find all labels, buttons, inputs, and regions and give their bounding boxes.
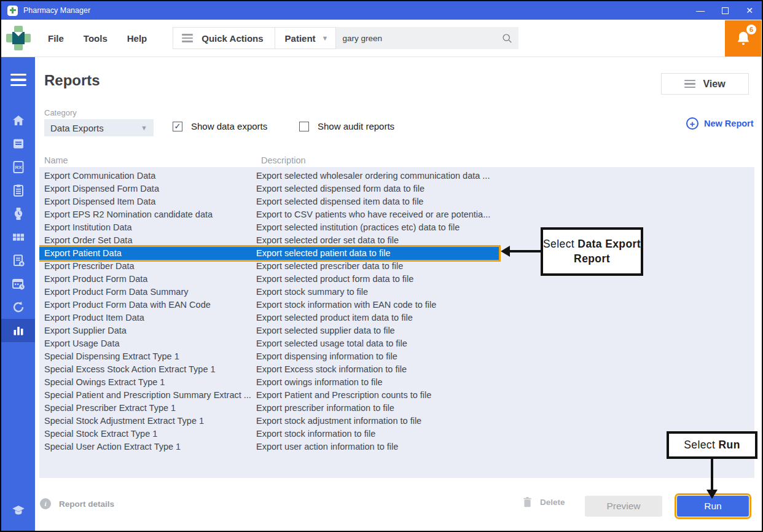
table-row[interactable]: Special Stock Extract Type 1 Export stoc… [39, 428, 754, 440]
table-row[interactable]: Export Prescriber Data Export selected p… [39, 260, 754, 273]
report-description: Export selected supplier data to file [256, 324, 754, 337]
report-name: Special Owings Extract Type 1 [39, 376, 256, 389]
report-name: Export Product Form Data with EAN Code [39, 299, 256, 311]
menu-tools[interactable]: Tools [84, 33, 108, 44]
pharmacy-manager-window: Pharmacy Manager — ✕ File Tools Help Qui… [0, 0, 763, 532]
table-row[interactable]: Special User Action Extract Type 1 Expor… [39, 440, 754, 453]
grid-icon[interactable] [1, 225, 35, 249]
table-row[interactable]: Export Product Form Data Summary Export … [39, 286, 754, 299]
plus-circle-icon: + [686, 117, 698, 130]
table-row[interactable]: Export Dispensed Item Data Export select… [39, 195, 754, 208]
patient-dropdown[interactable]: Patient ▼ [275, 27, 337, 49]
report-name: Special Patient and Prescription Summary… [39, 389, 256, 402]
calendar-clock-icon[interactable] [1, 272, 35, 295]
report-description: Export Excess stock information to file [256, 363, 754, 376]
search-input[interactable] [342, 34, 497, 43]
report-table-body: Export Communication Data Export selecte… [39, 167, 754, 478]
training-icon[interactable] [1, 499, 35, 522]
report-description: Export to CSV patients who have received… [256, 208, 754, 221]
report-description: Export selected usage total data to file [256, 337, 754, 350]
search-icon[interactable] [502, 33, 512, 44]
column-header-name[interactable]: Name [44, 155, 68, 165]
show-audit-reports-checkbox[interactable]: Show audit reports [299, 121, 394, 131]
annotation-select-run: Select Run [667, 431, 757, 459]
window-controls: — ✕ [688, 1, 762, 20]
home-icon[interactable] [1, 109, 35, 132]
report-name: Export Product Item Data [39, 311, 256, 324]
view-button[interactable]: View [661, 73, 749, 95]
preview-button[interactable]: Preview [585, 496, 662, 517]
table-row[interactable]: Export Product Form Data Export selected… [39, 273, 754, 286]
app-icon [7, 6, 18, 16]
document-cancel-icon[interactable] [1, 249, 35, 272]
table-row[interactable]: Export Supplier Data Export selected sup… [39, 324, 754, 337]
sync-icon[interactable] [1, 295, 35, 319]
table-row[interactable]: Export Order Set Data Export selected or… [39, 234, 754, 247]
report-name: Export Institution Data [39, 221, 256, 234]
run-button[interactable]: Run [677, 496, 749, 517]
report-description: Export owings information to file [256, 376, 754, 389]
report-description: Export selected wholesaler ordering comm… [256, 170, 754, 182]
report-name: Export Product Form Data Summary [39, 286, 256, 299]
table-row[interactable]: Special Excess Stock Action Extract Type… [39, 363, 754, 376]
report-description: Export selected patient data to file [256, 247, 499, 260]
table-row[interactable]: Export Patient Data Export selected pati… [39, 247, 499, 260]
svg-text:RX: RX [15, 165, 22, 170]
checkbox-checked-icon[interactable]: ✓ [173, 122, 182, 131]
table-row[interactable]: Export Usage Data Export selected usage … [39, 337, 754, 350]
checkbox-unchecked-icon[interactable] [299, 122, 309, 131]
delete-button[interactable]: Delete [522, 496, 565, 508]
table-row[interactable]: Export Product Item Data Export selected… [39, 311, 754, 324]
table-row[interactable]: Export EPS R2 Nomination candidate data … [39, 208, 754, 221]
watch-icon[interactable] [1, 202, 35, 225]
maximize-button[interactable] [713, 1, 737, 20]
notes-icon[interactable] [1, 132, 35, 155]
report-name: Export Communication Data [39, 170, 256, 182]
table-row[interactable]: Special Patient and Prescription Summary… [39, 389, 754, 402]
new-report-button[interactable]: + New Report [686, 117, 754, 130]
report-name: Special Excess Stock Action Extract Type… [39, 363, 256, 376]
report-description: Export selected dispensed item data to f… [256, 195, 754, 208]
report-name: Special Stock Extract Type 1 [39, 428, 256, 440]
table-row[interactable]: Special Stock Adjustment Extract Type 1 … [39, 415, 754, 428]
show-data-exports-checkbox[interactable]: ✓ Show data exports [173, 121, 267, 131]
pharmacy-logo [6, 26, 31, 50]
table-row[interactable]: Export Product Form Data with EAN Code E… [39, 299, 754, 311]
report-description: Export selected institution (practices e… [256, 221, 754, 234]
report-description: Export selected product form data to fil… [256, 273, 754, 286]
report-description: Export prescriber information to file [256, 402, 754, 415]
report-description: Export Patient and Prescription counts t… [256, 389, 754, 402]
clipboard-icon[interactable] [1, 179, 35, 202]
quick-actions-button[interactable]: Quick Actions [173, 27, 275, 49]
report-description: Export stock information with EAN code t… [256, 299, 754, 311]
column-header-description[interactable]: Description [261, 155, 306, 165]
appbar: File Tools Help Quick Actions Patient ▼ [1, 20, 762, 57]
table-row[interactable]: Export Institution Data Export selected … [39, 221, 754, 234]
menu-file[interactable]: File [48, 33, 64, 44]
reports-icon[interactable] [1, 319, 35, 342]
menu-bar: File Tools Help [48, 33, 147, 44]
table-row[interactable]: Export Communication Data Export selecte… [39, 170, 754, 182]
table-row[interactable]: Special Owings Extract Type 1 Export owi… [39, 376, 754, 389]
view-list-icon [684, 80, 695, 88]
show-data-exports-label: Show data exports [191, 121, 267, 131]
menu-icon[interactable] [1, 68, 35, 92]
menu-help[interactable]: Help [127, 33, 147, 44]
annotation-select-data-export-report: Select Data Export Report [541, 227, 643, 276]
page-title: Reports [44, 72, 100, 89]
close-button[interactable]: ✕ [737, 1, 762, 20]
category-label: Category [44, 108, 77, 117]
notifications-button[interactable]: 6 [725, 20, 761, 57]
report-description: Export stock adjustment information to f… [256, 415, 754, 428]
show-audit-reports-label: Show audit reports [318, 121, 394, 131]
quick-actions-group: Quick Actions Patient ▼ [173, 27, 518, 49]
minimize-button[interactable]: — [688, 1, 713, 20]
report-name: Export Order Set Data [39, 234, 256, 247]
report-name: Special Stock Adjustment Extract Type 1 [39, 415, 256, 428]
table-row[interactable]: Special Dispensing Extract Type 1 Export… [39, 350, 754, 363]
prescription-icon[interactable]: RX [1, 155, 35, 179]
table-row[interactable]: Special Prescriber Extract Type 1 Export… [39, 402, 754, 415]
table-row[interactable]: Export Dispensed Form Data Export select… [39, 182, 754, 195]
report-details-toggle[interactable]: i Report details [40, 498, 114, 509]
category-dropdown[interactable]: Data Exports ▼ [44, 119, 154, 136]
